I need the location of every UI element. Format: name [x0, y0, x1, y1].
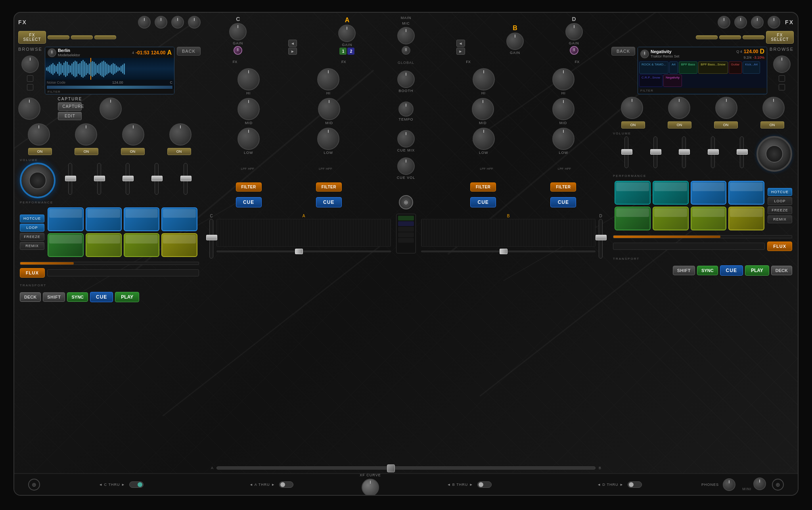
ch-b-next[interactable]: ► [456, 48, 465, 55]
right-knob-4[interactable] [762, 97, 785, 119]
left-vol-fader-4[interactable] [143, 163, 170, 195]
left-cue-btn[interactable]: CUE [90, 292, 113, 302]
ch-d-filter-btn[interactable]: FILTER [550, 182, 576, 192]
left-edit-btn[interactable]: EDIT [58, 112, 82, 120]
ch-c-filter-btn[interactable]: FILTER [236, 182, 262, 192]
left-pad-1[interactable] [48, 207, 84, 231]
ch-a-hi-knob[interactable] [317, 68, 339, 90]
right-vol-fader-2[interactable] [642, 136, 669, 168]
right-loop-btn[interactable]: LOOP [768, 197, 792, 205]
mic-knob[interactable] [402, 46, 410, 55]
ch-b-filter-btn[interactable]: FILTER [470, 182, 496, 192]
left-pad-5[interactable] [48, 233, 84, 257]
left-back-button[interactable]: BACK [177, 47, 201, 56]
right-vol-fader-1[interactable] [613, 136, 640, 168]
xf-curve-knob[interactable] [362, 479, 379, 496]
left-vol-fader-1[interactable] [57, 163, 84, 195]
tempo-knob[interactable] [398, 102, 414, 117]
right-fx-knob-2[interactable] [734, 16, 747, 29]
c-thru-toggle[interactable] [129, 481, 144, 488]
right-knob-2[interactable] [668, 97, 690, 119]
left-fx-knob-4[interactable] [188, 16, 201, 29]
left-fx-knob-2[interactable] [155, 16, 167, 29]
left-fx-btn-1[interactable] [48, 35, 69, 39]
b-thru-toggle[interactable] [477, 481, 492, 488]
left-list-btn-1[interactable] [27, 75, 33, 82]
right-fx-btn-2[interactable] [719, 35, 741, 39]
right-knob-3[interactable] [715, 97, 737, 119]
right-knob-1[interactable] [621, 97, 643, 119]
right-jog-wheel[interactable] [756, 136, 792, 172]
left-pad-7[interactable] [124, 233, 160, 257]
ch-d-cue-btn[interactable]: CUE [550, 197, 576, 207]
right-fx-knob-3[interactable] [751, 16, 764, 29]
right-pad-2[interactable] [653, 181, 689, 205]
right-vol-fader-4[interactable] [699, 136, 727, 168]
right-track-knob[interactable] [640, 50, 649, 58]
ch-a-filter-btn[interactable]: FILTER [316, 182, 342, 192]
right-flux-btn[interactable]: FLUX [767, 242, 792, 251]
ch-d-low-knob[interactable] [552, 128, 575, 150]
right-list-btn-2[interactable] [779, 84, 785, 90]
ch-d-gain-knob[interactable] [565, 23, 583, 40]
right-pad-3[interactable] [691, 181, 727, 205]
ch-a-gain-knob[interactable] [338, 25, 356, 42]
left-pad-2[interactable] [86, 207, 122, 231]
ch-d-filter-dot[interactable] [570, 46, 578, 55]
left-knob-a2[interactable] [75, 123, 97, 146]
left-fx-knob-3[interactable] [171, 16, 184, 29]
ch-c-low-knob[interactable] [237, 128, 260, 150]
ch-b-cue-btn[interactable]: CUE [470, 197, 496, 207]
left-remix-btn[interactable]: REMIX [20, 242, 44, 250]
right-sync-btn[interactable]: SYNC [697, 266, 718, 275]
left-pad-3[interactable] [124, 207, 160, 231]
left-deck-btn[interactable]: DECK [20, 292, 41, 302]
right-play-btn[interactable]: PLAY [745, 265, 769, 276]
cue-mix-knob[interactable] [397, 130, 415, 148]
left-on-btn-2[interactable]: ON [75, 148, 98, 155]
ch-b-prev[interactable]: ◄ [456, 40, 465, 47]
crossfader[interactable] [387, 464, 395, 472]
right-vol-fader-3[interactable] [670, 136, 698, 168]
left-capture-btn[interactable]: CAPTURE [58, 102, 82, 111]
ch-c-cue-btn[interactable]: CUE [236, 197, 262, 207]
left-pad-4[interactable] [161, 207, 197, 231]
left-track-knob[interactable] [48, 48, 56, 57]
left-list-btn-2[interactable] [27, 84, 33, 90]
right-vol-fader-5[interactable] [728, 136, 755, 168]
right-back-button[interactable]: BACK [611, 47, 635, 56]
d-thru-toggle[interactable] [628, 481, 642, 488]
left-shift-btn[interactable]: SHIFT [43, 292, 65, 302]
left-fx-btn-3[interactable] [94, 35, 116, 39]
left-flux-btn[interactable]: FLUX [20, 268, 45, 278]
right-pad-8[interactable] [728, 207, 764, 230]
right-pad-4[interactable] [728, 181, 764, 205]
left-on-btn-1[interactable]: ON [28, 148, 52, 155]
right-deck-btn[interactable]: DECK [771, 266, 792, 275]
left-fx-select-btn[interactable]: FX SELECT [18, 31, 46, 44]
right-pad-1[interactable] [615, 181, 651, 205]
left-sync-btn[interactable]: SYNC [67, 292, 88, 302]
ch-d-mid-knob[interactable] [552, 98, 575, 120]
right-cue-btn[interactable]: CUE [720, 265, 743, 276]
ch-a-low-knob[interactable] [317, 128, 339, 150]
left-play-btn[interactable]: PLAY [115, 292, 139, 302]
left-pad-6[interactable] [86, 233, 122, 257]
ch-d-hi-knob[interactable] [552, 68, 575, 90]
left-pad-8[interactable] [161, 233, 197, 257]
left-fx-btn-2[interactable] [71, 35, 93, 39]
ch-c-hi-knob[interactable] [237, 68, 260, 90]
right-remix-btn[interactable]: REMIX [768, 215, 792, 223]
right-list-btn-1[interactable] [779, 75, 785, 82]
left-knob-a4[interactable] [169, 123, 192, 146]
left-freeze-btn[interactable]: FREEZE [20, 233, 44, 241]
ch-c-filter-dot[interactable] [234, 46, 242, 55]
left-ch-b-eq-hi[interactable] [100, 98, 122, 120]
left-loop-btn[interactable]: LOOP [20, 224, 44, 232]
booth-knob[interactable] [397, 71, 415, 88]
left-knob-a1[interactable] [28, 123, 50, 146]
right-on-btn-1[interactable]: ON [621, 121, 645, 128]
left-on-btn-3[interactable]: ON [121, 148, 145, 155]
left-fx-knob-1[interactable] [138, 16, 151, 29]
ch-c-gain-knob[interactable] [229, 23, 247, 40]
